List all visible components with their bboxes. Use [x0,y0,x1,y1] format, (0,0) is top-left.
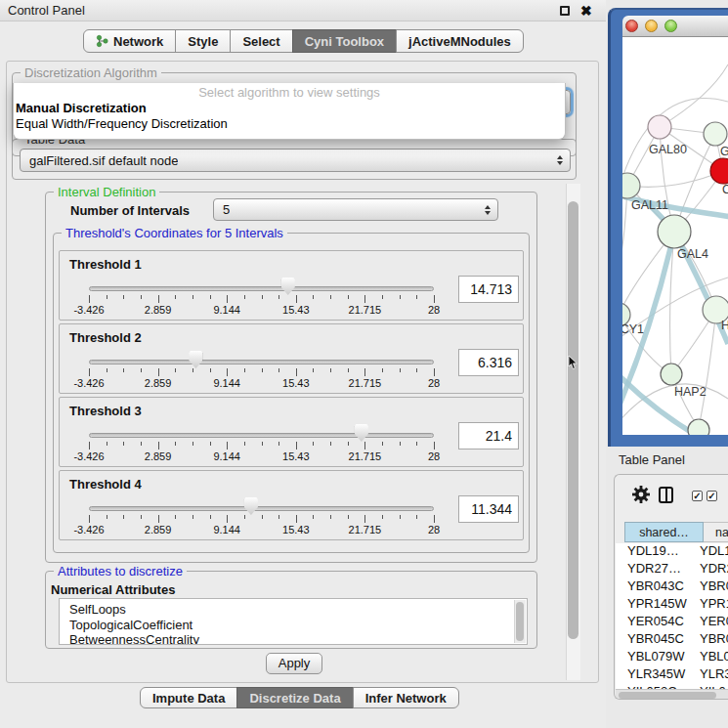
network-canvas[interactable]: GAL80GAGAL11CGAL4GCY1HHAP2 [622,37,728,435]
tick-mark [434,442,435,450]
tab-cyni-toolbox[interactable]: Cyni Toolbox [292,29,397,53]
apply-button[interactable]: Apply [266,653,322,674]
network-node-gal4[interactable] [658,215,691,248]
table-row[interactable]: YPR145WYPR1 [616,596,728,614]
column-header-shared-name[interactable]: shared… [624,522,704,542]
network-window-titlebar[interactable] [622,16,728,37]
tick-mark [210,295,211,299]
threshold-slider-thumb[interactable] [355,424,368,442]
cell-shared-name: YDL19… [627,543,696,558]
threshold-slider-thumb[interactable] [244,497,258,515]
close-traffic-light-icon[interactable] [625,20,638,32]
tick-mark [296,295,297,303]
threshold-label: Threshold 3 [69,404,142,418]
threshold-slider-track[interactable] [89,506,434,511]
tick-mark [141,442,142,446]
gear-icon[interactable] [631,485,651,504]
threshold-slider-thumb[interactable] [189,351,202,368]
list-item-betweennesscentrality[interactable]: BetweennessCentrality [69,632,527,645]
table-row[interactable]: YLR345WYLR3 [616,666,728,684]
tick-mark [382,515,383,519]
threshold-slider-thumb[interactable] [281,278,295,295]
tick-mark [227,368,228,376]
list-item-topologicalcoefficient[interactable]: TopologicalCoefficient [69,618,527,633]
interval-definition-label: Interval Definition [54,185,159,199]
table-row[interactable]: YER054CYER0 [616,614,728,631]
tick-mark [313,295,314,299]
zoom-traffic-light-icon[interactable] [664,20,677,32]
cell-shared-name: YLR345W [627,666,696,681]
menu-item-manual-discretization[interactable]: Manual Discretization [14,101,565,116]
tab-impute-data[interactable]: Impute Data [140,687,237,708]
number-of-intervals-select[interactable]: 5 [213,198,498,221]
cell-name: YLR3 [700,666,728,681]
table-row[interactable]: YBR043CYBR0 [616,578,728,596]
network-node-ga[interactable] [704,122,727,146]
column-header-name[interactable]: na [704,522,728,542]
tab-infer-network[interactable]: Infer Network [353,687,459,708]
list-item-selfloops[interactable]: SelfLoops [69,602,527,618]
tab-jactivemnodules[interactable]: jActiveMNodules [396,29,524,53]
algorithm-dropdown-popup: Select algorithm to view settings Manual… [13,83,566,140]
checkbox-icon[interactable]: ✓ [692,491,703,501]
network-edge[interactable] [660,64,728,127]
tick-mark [348,295,349,299]
tick-label: 28 [428,377,440,389]
settings-scrollbar-thumb[interactable] [568,201,578,639]
table-row[interactable]: YDL19…YDL1 [616,543,728,561]
minimize-traffic-light-icon[interactable] [645,20,658,32]
network-node-gal80[interactable] [648,115,671,139]
tick-mark [348,442,349,446]
tab-style[interactable]: Style [175,29,231,53]
tick-mark [382,295,383,299]
tab-select[interactable]: Select [230,29,292,53]
table-row[interactable]: YBR045CYBR0 [616,631,728,649]
numerical-attributes-list[interactable]: SelfLoopsTopologicalCoefficientBetweenne… [59,598,528,645]
network-node-red-node[interactable] [710,158,728,184]
tick-mark [330,295,331,299]
attributes-scrollbar-thumb[interactable] [516,602,524,641]
tick-label: 28 [428,304,440,316]
node-label-c: C [722,183,728,196]
threshold-value-input[interactable] [458,422,519,450]
threshold-value-input[interactable] [458,495,519,523]
column-visibility-icon[interactable] [659,487,673,503]
threshold-slider-track[interactable] [89,286,434,291]
tick-mark [227,295,228,303]
tab-network[interactable]: Network [83,29,176,53]
threshold-value-input[interactable] [458,349,519,376]
table-data-select[interactable]: galFiltered.sif default node [20,149,571,172]
tick-mark [244,368,245,372]
table-row[interactable]: YDR27…YDR2 [616,561,728,578]
table-rows[interactable]: YDL19…YDL1YDR27…YDR2YBR043CYBR0YPR145WYP… [616,543,728,689]
tab-discretize-data[interactable]: Discretize Data [236,687,353,708]
table-hscrollbar-thumb[interactable] [619,692,716,699]
tick-mark [416,442,417,446]
node-label-h: H [721,319,728,332]
network-node-bottom-node[interactable] [688,419,709,435]
close-icon[interactable]: ✖ [580,2,592,20]
numerical-attributes-label: Numerical Attributes [51,582,175,597]
tab-label: Network [113,34,163,49]
tick-label: 9.144 [213,450,240,462]
network-view-window: GAL80GAGAL11CGAL4GCY1HHAP2 [608,8,728,447]
float-window-icon[interactable] [560,6,570,16]
threshold-value-input[interactable] [458,276,519,303]
table-hscrollbar-track[interactable] [616,689,728,700]
network-edge[interactable] [699,310,716,428]
tick-mark [244,442,245,446]
tick-mark [313,515,314,519]
table-panel-bar: Table Panel [606,448,728,473]
tick-label: -3.426 [73,304,104,316]
threshold-slider-track[interactable] [89,360,434,364]
threshold-slider-track[interactable] [89,433,434,438]
menu-item-equal-width-frequency-discretization[interactable]: Equal Width/Frequency Discretization [14,116,565,132]
network-edge[interactable] [627,171,723,187]
network-node-gal11[interactable] [622,173,640,198]
checkbox-icon[interactable]: ✓ [707,491,717,501]
tick-mark [330,442,331,446]
network-node-hap2[interactable] [661,364,682,385]
table-row[interactable]: YBL079WYBL0 [616,649,728,666]
tick-mark [158,442,159,450]
cell-name: YDR2 [700,561,728,576]
